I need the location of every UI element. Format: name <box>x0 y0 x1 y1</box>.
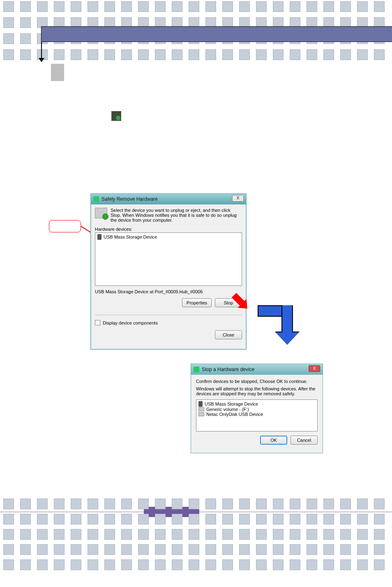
ok-button[interactable]: OK <box>260 436 287 445</box>
divider <box>95 315 242 315</box>
dialog-titlebar: Safely Remove Hardware X <box>91 194 246 204</box>
warn-text: Windows will attempt to stop the followi… <box>196 386 318 396</box>
display-components-checkbox[interactable] <box>95 320 100 325</box>
dialog2-titlebar: Stop a Hardware device X <box>191 364 323 375</box>
device-listbox[interactable]: USB Mass Storage Device <box>95 232 242 286</box>
grey-block <box>51 64 64 81</box>
intro-text: Select the device you want to unplug or … <box>111 208 242 223</box>
safely-remove-tray-icon <box>111 111 121 121</box>
cancel-button[interactable]: Cancel <box>291 436 318 445</box>
list-item-label: Netac OnlyDisk USB Device <box>206 412 263 417</box>
dialog-title: Safely Remove Hardware <box>101 196 158 202</box>
list-item-label: Generic volume - (F:) <box>206 407 249 412</box>
close-button-2[interactable]: Close <box>215 330 242 339</box>
flow-arrow-down <box>41 42 42 62</box>
header-bar <box>41 26 392 42</box>
device-item-label: USB Mass Storage Device <box>104 234 157 239</box>
close-button-x[interactable]: X <box>309 365 320 372</box>
drive-icon <box>198 412 204 416</box>
drive-icon <box>198 407 204 411</box>
safely-remove-hardware-dialog: Safely Remove Hardware X Select the devi… <box>90 193 247 350</box>
list-item[interactable]: USB Mass Storage Device <box>198 401 315 407</box>
blue-flow-arrow <box>258 305 307 346</box>
callout-box <box>49 220 81 232</box>
list-item[interactable]: Generic volume - (F:) <box>198 407 315 412</box>
usb-icon <box>97 234 101 240</box>
stop-hardware-device-dialog: Stop a Hardware device X Confirm devices… <box>191 364 323 453</box>
usb-icon <box>198 401 203 407</box>
hardware-devices-label: Hardware devices: <box>95 227 242 232</box>
dialog2-icon <box>194 367 199 372</box>
properties-button[interactable]: Properties <box>182 298 212 307</box>
list-item-label: USB Mass Storage Device <box>205 401 258 406</box>
confirm-text: Confirm devices to be stopped, Choose OK… <box>196 379 318 384</box>
status-line: USB Mass Storage Device at Port_#0009.Hu… <box>95 289 242 294</box>
dialog2-title: Stop a Hardware device <box>202 367 254 372</box>
close-button[interactable]: X <box>232 195 244 202</box>
stop-device-listbox[interactable]: USB Mass Storage Device Generic volume -… <box>196 399 318 432</box>
intro-icon <box>95 208 107 218</box>
device-list-item[interactable]: USB Mass Storage Device <box>97 234 240 240</box>
display-components-label: Display device components <box>103 320 158 325</box>
decorative-checker-bottom <box>0 499 392 587</box>
dialog-icon <box>93 196 99 202</box>
list-item[interactable]: Netac OnlyDisk USB Device <box>198 412 315 417</box>
